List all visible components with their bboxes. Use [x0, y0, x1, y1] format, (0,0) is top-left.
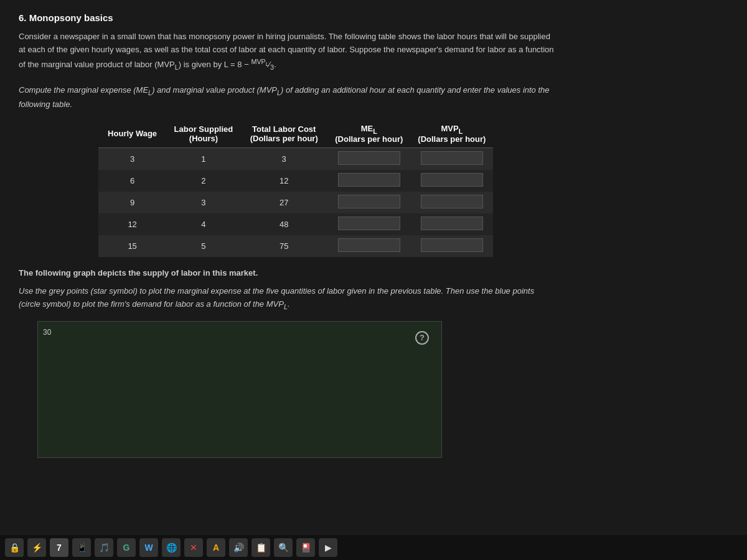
mvp-input-2[interactable]: [421, 173, 483, 187]
cell-cost-1: 3: [240, 148, 327, 170]
cell-cost-4: 48: [240, 213, 327, 235]
cell-mel-2[interactable]: [327, 170, 410, 192]
mel-input-4[interactable]: [338, 217, 400, 230]
main-content: 6. Monopsony basics Consider a newspaper…: [0, 0, 591, 470]
cell-hours-1: 1: [167, 148, 241, 170]
table-body: 3 1 3 6 2 12: [98, 148, 494, 258]
cell-hours-5: 5: [167, 235, 241, 257]
graph-y-label-30: 30: [43, 328, 51, 337]
taskbar-icon-x[interactable]: ✕: [184, 538, 203, 557]
cell-wage-5: 15: [98, 235, 167, 257]
taskbar-icon-search[interactable]: 🔍: [274, 538, 293, 557]
mel-input-5[interactable]: [338, 238, 400, 252]
mel-input-3[interactable]: [338, 195, 400, 208]
use-note-line2: (circle symbol) to plot the firm's deman…: [19, 299, 290, 309]
cell-mvp-5[interactable]: [410, 235, 493, 257]
taskbar-icon-globe[interactable]: 🌐: [162, 538, 181, 557]
cell-mel-1[interactable]: [327, 148, 410, 170]
col-header-wage: Hourly Wage: [98, 120, 167, 148]
cell-mel-5[interactable]: [327, 235, 410, 257]
intro-line2: at each of the given hourly wages, as we…: [19, 45, 554, 54]
taskbar-icon-a[interactable]: A: [207, 538, 225, 557]
graph-area[interactable]: 30 ?: [37, 321, 442, 458]
taskbar-icon-flash[interactable]: ⚡: [27, 538, 46, 557]
table-row: 15 5 75: [98, 235, 494, 257]
cell-wage-2: 6: [98, 170, 167, 192]
cell-cost-5: 75: [240, 235, 327, 257]
cell-mvp-3[interactable]: [410, 192, 493, 213]
use-note-line1: Use the grey points (star symbol) to plo…: [19, 286, 534, 296]
screen: 6. Monopsony basics Consider a newspaper…: [0, 0, 747, 560]
taskbar-icon-7[interactable]: 7: [50, 538, 68, 557]
taskbar-icon-g[interactable]: G: [117, 538, 136, 557]
intro-paragraph: Consider a newspaper in a small town tha…: [19, 30, 573, 73]
section-title: 6. Monopsony basics: [19, 12, 573, 23]
graph-note: The following graph depicts the supply o…: [19, 268, 573, 278]
taskbar-icon-w[interactable]: W: [139, 538, 158, 557]
mel-input-1[interactable]: [338, 151, 400, 165]
cell-mel-4[interactable]: [327, 213, 410, 235]
cell-mvp-1[interactable]: [410, 148, 493, 170]
mvp-input-4[interactable]: [421, 217, 483, 230]
intro-line3: of the marginal value product of labor (…: [19, 60, 276, 69]
use-note: Use the grey points (star symbol) to plo…: [19, 285, 573, 312]
taskbar-icon-clipboard[interactable]: 📋: [251, 538, 270, 557]
col-header-mvp: MVPL (Dollars per hour): [410, 120, 493, 148]
taskbar-icon-phone[interactable]: 📱: [72, 538, 91, 557]
mvp-input-3[interactable]: [421, 195, 483, 208]
col-header-hours: Labor Supplied (Hours): [167, 120, 241, 148]
cell-mel-3[interactable]: [327, 192, 410, 213]
cell-wage-4: 12: [98, 213, 167, 235]
table-row: 6 2 12: [98, 170, 494, 192]
taskbar-icon-speaker[interactable]: 🔊: [229, 538, 248, 557]
cell-wage-1: 3: [98, 148, 167, 170]
taskbar-icon-music[interactable]: 🎵: [95, 538, 113, 557]
cell-cost-2: 12: [240, 170, 327, 192]
mvp-input-1[interactable]: [421, 151, 483, 165]
cell-wage-3: 9: [98, 192, 167, 213]
cell-mvp-4[interactable]: [410, 213, 493, 235]
compute-instruction: Compute the marginal expense (MEL) and m…: [19, 84, 573, 111]
taskbar-icon-lock[interactable]: 🔒: [5, 538, 24, 557]
labor-table-wrapper: Hourly Wage Labor Supplied (Hours) Total…: [19, 120, 573, 258]
table-row: 3 1 3: [98, 148, 494, 170]
taskbar: 🔒 ⚡ 7 📱 🎵 G W 🌐 ✕ A 🔊 📋 🔍 🎴 ▶: [0, 535, 747, 560]
taskbar-icon-cards[interactable]: 🎴: [296, 538, 315, 557]
labor-table: Hourly Wage Labor Supplied (Hours) Total…: [98, 120, 494, 258]
table-row: 12 4 48: [98, 213, 494, 235]
cell-hours-3: 3: [167, 192, 241, 213]
table-header-row: Hourly Wage Labor Supplied (Hours) Total…: [98, 120, 494, 148]
cell-cost-3: 27: [240, 192, 327, 213]
mel-input-2[interactable]: [338, 173, 400, 187]
table-row: 9 3 27: [98, 192, 494, 213]
col-header-mel: MEL (Dollars per hour): [327, 120, 410, 148]
cell-mvp-2[interactable]: [410, 170, 493, 192]
intro-line1: Consider a newspaper in a small town tha…: [19, 32, 550, 41]
help-button[interactable]: ?: [415, 331, 429, 345]
col-header-cost: Total Labor Cost (Dollars per hour): [240, 120, 327, 148]
taskbar-icon-play[interactable]: ▶: [319, 538, 337, 557]
mvp-input-5[interactable]: [421, 238, 483, 252]
cell-hours-2: 2: [167, 170, 241, 192]
cell-hours-4: 4: [167, 213, 241, 235]
